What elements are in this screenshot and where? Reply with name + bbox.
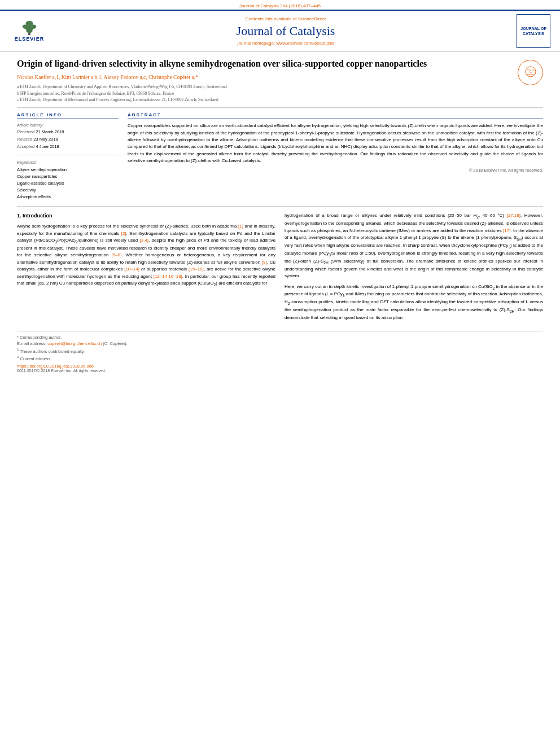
abstract-text: Copper nanoparticles supported on silica… bbox=[128, 123, 543, 164]
elsevier-logo: ELSEVIER bbox=[7, 20, 52, 42]
check-updates-label: Check for updates bbox=[525, 66, 536, 78]
ref-5-8: [5–8] bbox=[111, 252, 121, 257]
divider-1 bbox=[17, 155, 119, 155]
affiliation-b: b IFP Energies nouvelles, Rond-Point de … bbox=[17, 90, 512, 97]
intro-para-2: hydrogenation of a broad range or alkyne… bbox=[285, 212, 543, 279]
article-history: Article history: bbox=[17, 123, 119, 128]
article-info-heading: ARTICLE INFO bbox=[17, 112, 119, 119]
article-title-section: Origin of ligand-driven selectivity in a… bbox=[17, 58, 543, 108]
author-list: Nicolas Kaeffer a,1, Kim Larmier a,b,1, … bbox=[17, 75, 198, 80]
ref-10-14: [10–14] bbox=[124, 267, 139, 272]
journal-header: ELSEVIER Contents lists available at Sci… bbox=[0, 10, 560, 52]
sciencedirect-name[interactable]: ScienceDirect bbox=[298, 16, 326, 21]
received-date: 21 March 2018 bbox=[36, 129, 64, 134]
journal-top-bar: Journal of Catalysis 364 (2018) 437–445 bbox=[0, 0, 560, 10]
revised-date: 23 May 2018 bbox=[33, 137, 58, 142]
footnotes: * Corresponding author. E-mail address: … bbox=[17, 331, 543, 373]
ref-1: [1] bbox=[238, 224, 243, 229]
article-title: Origin of ligand-driven selectivity in a… bbox=[17, 58, 512, 70]
history-label: Article history: bbox=[17, 123, 43, 128]
check-updates-icon: Check for updates bbox=[525, 66, 536, 77]
journal-title: Journal of Catalysis bbox=[237, 24, 335, 38]
elsevier-tree-icon bbox=[18, 20, 41, 36]
body-col-right: hydrogenation of a broad range or alkyne… bbox=[285, 212, 543, 325]
intro-para-3: Here, we carry out an in-depth kinetic i… bbox=[285, 283, 543, 322]
keyword-3: Ligand-assisted catalysis bbox=[17, 180, 119, 187]
svg-text:updates: updates bbox=[526, 73, 534, 76]
copyright-line: © 2018 Elsevier Inc. All rights reserved… bbox=[128, 168, 543, 173]
ref-12-14-16-18: [12–14,16–18] bbox=[154, 274, 182, 279]
affiliations: a ETH Zürich, Department of Chemistry an… bbox=[17, 84, 512, 103]
email-address[interactable]: coperet@inorg.chem.ethz.ch bbox=[47, 341, 102, 346]
accepted-date: 4 June 2018 bbox=[36, 144, 59, 149]
intro-heading: 1. Introduction bbox=[17, 212, 275, 220]
keyword-4: Selectivity bbox=[17, 187, 119, 194]
section-divider bbox=[17, 206, 543, 207]
affiliation-c: c ETH Zürich, Department of Mechanical a… bbox=[17, 97, 512, 103]
footnote-2: 2 Current address. bbox=[17, 355, 543, 361]
check-updates-badge: Check for updates bbox=[518, 60, 543, 85]
issn-line: 0021-9517/© 2018 Elsevier Inc. All right… bbox=[17, 369, 543, 373]
elsevier-name: ELSEVIER bbox=[15, 36, 45, 42]
history-dates: Received 21 March 2018 Revised 23 May 20… bbox=[17, 129, 119, 150]
footnote-1: 1 These authors contributed equally. bbox=[17, 347, 543, 354]
science-direct-link: Contents lists available at ScienceDirec… bbox=[246, 16, 326, 21]
ref-17: [17] bbox=[503, 228, 510, 233]
keyword-5: Adsorption effects bbox=[17, 194, 119, 200]
homepage-url[interactable]: www.elsevier.com/locate/jcat bbox=[276, 41, 334, 46]
affiliation-a: a ETH Zürich, Department of Chemistry an… bbox=[17, 84, 512, 90]
keywords-title: Keywords: bbox=[17, 160, 119, 165]
journal-header-center: Contents lists available at ScienceDirec… bbox=[62, 14, 509, 48]
journal-citation: Journal of Catalysis 364 (2018) 437–445 bbox=[239, 3, 321, 8]
keyword-1: Alkyne semihydrogenation bbox=[17, 167, 119, 173]
ref-17-18: [17,18] bbox=[506, 213, 520, 218]
abstract-col: ABSTRACT Copper nanoparticles supported … bbox=[128, 112, 543, 200]
ref-15-18: [15–18] bbox=[189, 267, 204, 272]
received-label: Received bbox=[17, 129, 34, 134]
authors: Nicolas Kaeffer a,1, Kim Larmier a,b,1, … bbox=[17, 75, 512, 80]
keyword-2: Copper nanoparticles bbox=[17, 173, 119, 180]
svg-point-5 bbox=[26, 29, 32, 33]
intro-para-1: Alkyne semihydrogenation is a key proces… bbox=[17, 223, 275, 288]
accepted-label: Accepted bbox=[17, 144, 34, 149]
article-content: Origin of ligand-driven selectivity in a… bbox=[0, 52, 560, 378]
ref-9: [9] bbox=[262, 260, 267, 265]
info-abstract-section: ARTICLE INFO Article history: Received 2… bbox=[17, 112, 543, 200]
revised-label: Revised bbox=[17, 137, 32, 142]
abstract-heading: ABSTRACT bbox=[128, 112, 543, 119]
logo-line1: JOURNAL OF bbox=[520, 26, 546, 31]
ref-2: [2] bbox=[121, 231, 126, 236]
article-title-text: Origin of ligand-driven selectivity in a… bbox=[17, 58, 512, 103]
doi-line: https://doi.org/10.1016/j.jcat.2018.06.0… bbox=[17, 364, 543, 369]
elsevier-logo-section: ELSEVIER bbox=[7, 14, 58, 48]
journal-logo-box: JOURNAL OF CATALYSIS bbox=[517, 14, 550, 48]
main-body: 1. Introduction Alkyne semihydrogenation… bbox=[17, 212, 543, 325]
corresponding-author: * Corresponding author. bbox=[17, 335, 543, 340]
article-info-col: ARTICLE INFO Article history: Received 2… bbox=[17, 112, 119, 200]
journal-logo-right: JOURNAL OF CATALYSIS bbox=[514, 14, 553, 48]
ref-3-4: [3,4] bbox=[139, 238, 148, 243]
logo-line2: CATALYSIS bbox=[523, 31, 544, 36]
journal-homepage: journal homepage: www.elsevier.com/locat… bbox=[238, 41, 334, 46]
body-col-left: 1. Introduction Alkyne semihydrogenation… bbox=[17, 212, 275, 325]
email-line: E-mail address: coperet@inorg.chem.ethz.… bbox=[17, 341, 543, 346]
